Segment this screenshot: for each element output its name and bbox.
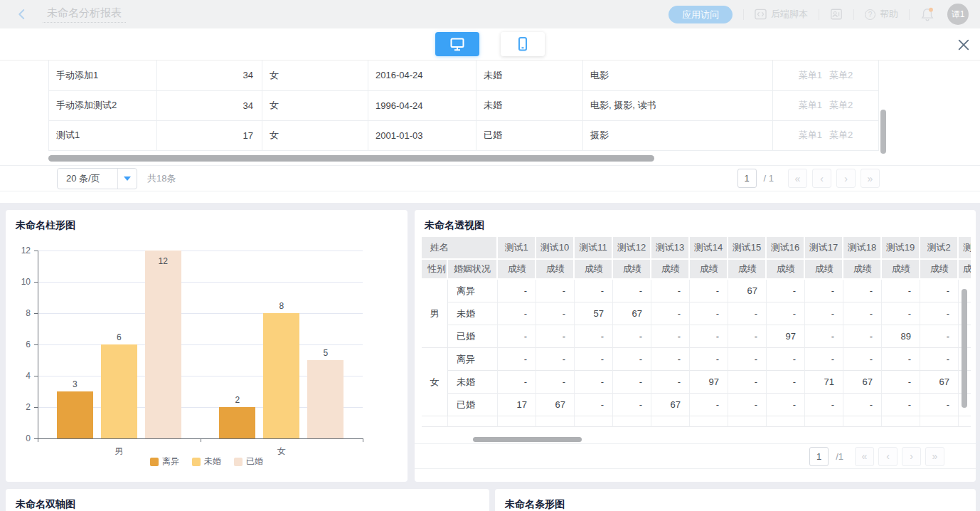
page-size-select[interactable]: 20 条/页 xyxy=(57,168,137,189)
pivot-panel: 未命名透视图 姓名测试1测试10测试11测试12测试13测试14测试15测试16… xyxy=(415,210,976,482)
menu-action-link[interactable]: 菜单2 xyxy=(829,70,853,80)
total-count-label: 共18条 xyxy=(147,172,176,185)
menu-action-link[interactable]: 菜单2 xyxy=(829,100,853,110)
mobile-preview-toggle[interactable] xyxy=(501,32,545,56)
close-icon[interactable] xyxy=(957,38,970,51)
table-vertical-scrollbar[interactable] xyxy=(880,110,886,154)
table-row: 手动添加134女2016-04-24未婚电影菜单1菜单2 xyxy=(49,60,879,90)
pivot-measure-header: 成绩 xyxy=(575,260,613,280)
pivot-table: 姓名测试1测试10测试11测试12测试13测试14测试15测试16测试17测试1… xyxy=(422,237,971,427)
report-preview-area: 手动添加134女2016-04-24未婚电影菜单1菜单2手动添加测试234女19… xyxy=(0,60,980,203)
pivot-value-cell: - xyxy=(498,371,536,394)
legend-item[interactable]: 离异 xyxy=(150,455,179,468)
legend-item[interactable]: 未婚 xyxy=(192,455,221,468)
menu-action-link[interactable]: 菜单1 xyxy=(799,130,822,140)
last-page-button[interactable]: » xyxy=(925,447,944,466)
report-title[interactable]: 未命名分析报表 xyxy=(43,6,126,23)
header-actions: 应用访问 后端脚本 ? 帮助 xyxy=(669,4,980,25)
next-page-button[interactable]: › xyxy=(902,447,921,466)
pivot-marital-cell: 已婚 xyxy=(448,394,498,416)
legend-item[interactable]: 已婚 xyxy=(234,455,263,468)
cell-birthday: 2001-01-03 xyxy=(368,120,476,150)
preview-toolbar xyxy=(0,28,980,60)
pivot-value-cell: - xyxy=(651,348,690,371)
pivot-row: 已婚-------97--89- xyxy=(422,325,971,348)
pivot-value-cell: 89 xyxy=(882,325,920,348)
menu-action-link[interactable]: 菜单1 xyxy=(799,70,822,80)
next-page-button[interactable]: › xyxy=(836,169,856,188)
pivot-value-cell: - xyxy=(690,325,728,348)
pivot-value-cell: - xyxy=(690,280,728,302)
backend-script-button[interactable]: 后端脚本 xyxy=(755,8,808,21)
pivot-value-cell: - xyxy=(536,348,575,371)
app-header: 未命名分析报表 应用访问 后端脚本 ? 帮助 xyxy=(0,0,980,28)
pivot-marital-cell: 已婚 xyxy=(448,325,498,348)
last-page-button[interactable]: » xyxy=(861,169,880,188)
bar-value-label: 8 xyxy=(256,301,307,311)
pivot-row: 未婚-----97--7167-67 xyxy=(422,371,971,394)
menu-action-link[interactable]: 菜单1 xyxy=(799,100,822,110)
cell-name: 测试1 xyxy=(49,120,157,150)
pivot-column-header: 测试18 xyxy=(843,237,882,260)
first-page-button[interactable]: « xyxy=(855,447,874,466)
pivot-table-wrapper: 姓名测试1测试10测试11测试12测试13测试14测试15测试16测试17测试1… xyxy=(422,237,971,436)
gridline xyxy=(38,282,363,283)
pivot-column-header: 测试11 xyxy=(575,237,613,260)
cell-gender: 女 xyxy=(262,120,368,150)
pivot-row: 未婚--5767-------- xyxy=(422,302,971,325)
page-number-input[interactable]: 1 xyxy=(737,169,757,188)
back-icon[interactable] xyxy=(16,8,28,21)
pivot-title: 未命名透视图 xyxy=(415,210,976,232)
pivot-measure-header: 成绩 xyxy=(805,260,843,280)
app-access-button[interactable]: 应用访问 xyxy=(669,6,733,23)
cell-hobbies: 电影, 摄影, 读书 xyxy=(583,90,773,120)
bar xyxy=(307,360,343,438)
bar xyxy=(219,407,255,438)
pivot-marital-cell: 离异 xyxy=(448,280,498,302)
pivot-value-cell: - xyxy=(575,371,613,394)
pivot-measure-header: 成绩 xyxy=(728,260,767,280)
y-axis-label: 4 xyxy=(6,371,31,381)
pivot-value-cell: - xyxy=(843,394,882,416)
pivot-measure-header: 成绩 xyxy=(843,260,882,280)
desktop-preview-toggle[interactable] xyxy=(435,32,479,56)
cell-birthday: 1996-04-24 xyxy=(368,90,476,120)
prev-page-button[interactable]: ‹ xyxy=(812,169,831,188)
pivot-measure-header: 成绩 xyxy=(882,260,920,280)
pivot-page-count-label: /1 xyxy=(836,451,843,462)
pivot-value-cell: - xyxy=(882,302,920,325)
avatar[interactable]: 谭1 xyxy=(947,4,969,25)
pivot-value-cell: - xyxy=(728,348,767,371)
horizontal-bar-chart-panel: 未命名条形图 xyxy=(495,489,976,511)
user-card-button[interactable] xyxy=(830,8,843,21)
prev-page-button[interactable]: ‹ xyxy=(878,447,898,466)
gridline xyxy=(38,251,363,251)
user-card-icon xyxy=(830,8,843,21)
pivot-measure-header: 成绩 xyxy=(690,260,728,280)
legend-label: 离异 xyxy=(162,455,179,468)
legend-swatch-icon xyxy=(234,458,243,466)
notification-button[interactable] xyxy=(920,6,934,22)
pivot-value-cell: 67 xyxy=(613,302,651,325)
y-axis-label: 8 xyxy=(6,308,31,318)
pivot-horizontal-scrollbar[interactable] xyxy=(473,437,582,442)
y-axis-label: 6 xyxy=(6,339,31,349)
pivot-column-header: 测试2 xyxy=(920,237,959,260)
table-row: 手动添加测试234女1996-04-24未婚电影, 摄影, 读书菜单1菜单2 xyxy=(49,90,879,120)
pivot-value-cell: - xyxy=(882,348,920,371)
table-horizontal-scrollbar[interactable] xyxy=(48,155,654,162)
pivot-value-cell: 71 xyxy=(805,371,843,394)
pivot-vertical-scrollbar[interactable] xyxy=(962,289,967,408)
monitor-icon xyxy=(449,36,466,53)
help-button[interactable]: ? 帮助 xyxy=(865,8,898,21)
menu-action-link[interactable]: 菜单2 xyxy=(829,130,853,140)
pivot-value-cell: 57 xyxy=(575,302,613,325)
first-page-button[interactable]: « xyxy=(788,169,807,188)
pivot-value-cell: - xyxy=(920,280,959,302)
pivot-value-cell: - xyxy=(920,348,959,371)
pivot-page-input[interactable]: 1 xyxy=(809,447,829,466)
pivot-value-cell: - xyxy=(767,394,805,416)
bar xyxy=(57,391,93,438)
pivot-value-cell: - xyxy=(843,325,882,348)
cell-actions: 菜单1菜单2 xyxy=(773,90,879,120)
